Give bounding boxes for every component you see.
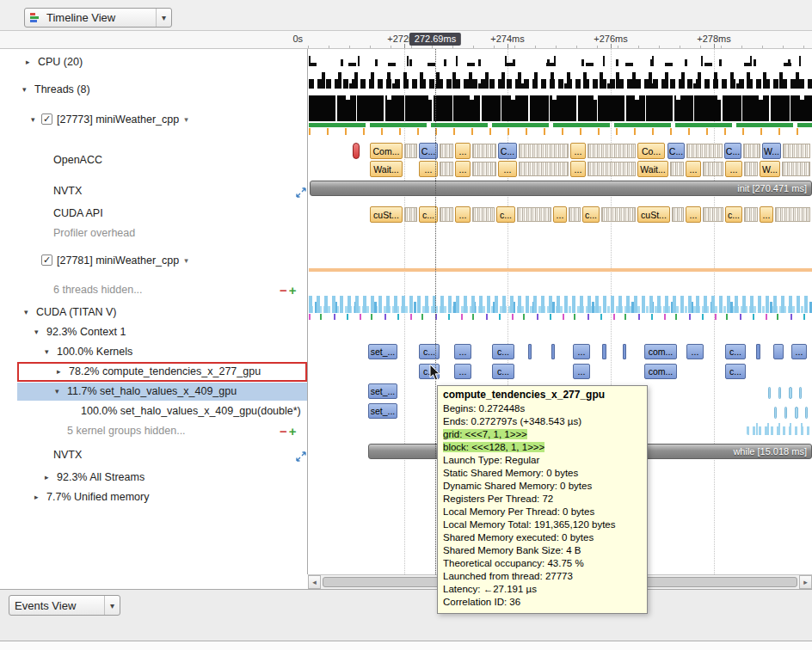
dropdown-caret-icon[interactable]: ▾: [184, 252, 188, 270]
tooltip-line: grid: <<<7, 1, 1>>>: [443, 428, 642, 441]
tree-row-set-halo[interactable]: ▾11.7% set_halo_values_x_409_gpu: [17, 383, 307, 401]
tree-row-label: OpenACC: [53, 151, 102, 169]
tree-row-label: Profiler overhead: [53, 224, 135, 242]
chevron-down-icon[interactable]: ▾: [22, 81, 27, 99]
tree-row-cpu[interactable]: ▸CPU (20): [17, 53, 307, 71]
add-rows-icon[interactable]: +: [289, 422, 297, 440]
expand-row-icon[interactable]: [296, 186, 306, 200]
timeline-ruler: 0s 272.69ms +272ms+274ms+276ms+278ms: [0, 31, 812, 49]
tree-row-threads[interactable]: ▾Threads (8): [17, 81, 307, 99]
tree-row-kernels-hidden[interactable]: 5 kernel groups hidden...−+: [17, 422, 307, 440]
tree-row-thread-27773[interactable]: ▾✓[27773] miniWeather_cpp▾: [17, 111, 307, 129]
cursor-time-line: [435, 49, 436, 574]
tree-row-label: NVTX: [53, 182, 82, 200]
add-rows-icon[interactable]: +: [289, 281, 297, 299]
ruler-tickmark: [404, 44, 405, 48]
chevron-down-icon[interactable]: ▾: [24, 304, 28, 322]
ruler-tickmark: [508, 44, 508, 48]
tree-row-label: 6 threads hidden...: [53, 281, 143, 299]
tooltip-line: Local Memory Total: 191,365,120 bytes: [443, 518, 642, 531]
tooltip-line: Shared Memory executed: 0 bytes: [443, 531, 642, 544]
tree-row-compute-tendencies[interactable]: ▸78.2% compute_tendencies_x_277_gpu: [17, 362, 307, 382]
dropdown-caret-icon[interactable]: ▾: [184, 111, 188, 129]
ruler-tick-label: +278ms: [680, 34, 748, 44]
tree-row-thread-27781[interactable]: ✓[27781] miniWeather_cpp▾: [17, 252, 307, 270]
tree-row-label: 92.3% Context 1: [46, 323, 126, 341]
chevron-down-icon[interactable]: ▾: [55, 383, 59, 401]
tooltip-line: Shared Memory Bank Size: 4 B: [443, 544, 642, 557]
tree-row-label: 11.7% set_halo_values_x_409_gpu: [67, 383, 237, 401]
tooltip-line: Static Shared Memory: 0 bytes: [443, 467, 642, 480]
tooltip-line: block: <<<128, 1, 1>>>: [443, 441, 642, 454]
chevron-right-icon[interactable]: ▸: [26, 53, 30, 71]
tree-row-label: Threads (8): [34, 81, 90, 99]
chevron-down-icon[interactable]: ▾: [34, 323, 39, 341]
tree-row-label: 100.0% set_halo_values_x_409_gpu(double*…: [81, 402, 301, 420]
tree-row-profiler-overhead[interactable]: Profiler overhead: [17, 224, 307, 242]
tree-row-cuda-device[interactable]: ▾CUDA (TITAN V): [17, 304, 307, 322]
tree-row-label: 78.2% compute_tendencies_x_277_gpu: [69, 364, 261, 380]
remove-rows-icon[interactable]: −: [280, 281, 287, 299]
expand-row-icon[interactable]: [296, 450, 306, 464]
tooltip-line: Dynamic Shared Memory: 0 bytes: [443, 480, 642, 493]
tree-row-kernels[interactable]: ▾100.0% Kernels: [17, 343, 307, 361]
tooltip-line: Correlation ID: 36: [443, 596, 642, 609]
tree-row-openacc[interactable]: OpenACC: [17, 151, 307, 169]
chevron-down-icon[interactable]: ▾: [45, 343, 49, 361]
tree-row-label: CPU (20): [38, 53, 83, 71]
tree-row-label: NVTX: [53, 446, 82, 464]
chevron-right-icon[interactable]: ▸: [34, 488, 39, 506]
tree-row-nvtx-thread[interactable]: NVTX: [17, 182, 307, 200]
tooltip-line: Begins: 0.272448s: [443, 402, 642, 415]
remove-rows-icon[interactable]: −: [280, 422, 287, 440]
tree-row-label: [27773] miniWeather_cpp: [57, 111, 179, 129]
tree-row-context1[interactable]: ▾92.3% Context 1: [17, 323, 307, 341]
nsight-timeline-window: Timeline View ▾ 0s 272.69ms +272ms+274ms…: [0, 0, 812, 650]
kernel-tooltip: compute_tendencies_x_277_gpu Begins: 0.2…: [437, 385, 648, 614]
tooltip-line: Launch Type: Regular: [443, 454, 642, 467]
chevron-right-icon[interactable]: ▸: [57, 364, 61, 380]
tooltip-body: Begins: 0.272448sEnds: 0.272797s (+348.5…: [443, 402, 642, 609]
scroll-right-button[interactable]: ▸: [799, 575, 812, 589]
tree-row-nvtx-context[interactable]: NVTX: [17, 446, 307, 464]
chevron-down-icon[interactable]: ▾: [31, 111, 35, 129]
tooltip-title: compute_tendencies_x_277_gpu: [443, 389, 642, 402]
tooltip-line: Registers Per Thread: 72: [443, 493, 642, 506]
ruler-tickmark: [714, 44, 715, 48]
chevron-right-icon[interactable]: ▸: [45, 469, 49, 487]
tree-row-label: 100.0% Kernels: [57, 343, 132, 361]
tooltip-line: Latency: ←27.191 µs: [443, 583, 642, 596]
tree-row-label: 7.7% Unified memory: [46, 488, 150, 506]
tree-row-set-halo-kernel[interactable]: 100.0% set_halo_values_x_409_gpu(double*…: [17, 402, 307, 420]
tree-row-cuda-api[interactable]: CUDA API: [17, 205, 307, 223]
ruler-tick-label: +274ms: [473, 34, 542, 44]
panel-divider[interactable]: [307, 31, 308, 574]
cursor-time-badge: 272.69ms: [409, 33, 461, 46]
tree-row-threads-hidden[interactable]: 6 threads hidden...−+: [17, 281, 307, 299]
mouse-cursor: [429, 364, 442, 386]
tree-row-all-streams[interactable]: ▸92.3% All Streams: [17, 469, 307, 487]
tree-row-label: 5 kernel groups hidden...: [67, 422, 186, 440]
ruler-minor-ticks: [308, 46, 812, 48]
ruler-tick-label: +276ms: [576, 34, 645, 44]
scroll-left-button[interactable]: ◂: [308, 575, 321, 589]
checkbox[interactable]: ✓: [41, 113, 52, 125]
tooltip-line: Launched from thread: 27773: [443, 570, 642, 583]
tree-row-label: 92.3% All Streams: [57, 469, 145, 487]
tooltip-line: Local Memory Per Thread: 0 bytes: [443, 506, 642, 518]
tooltip-line: Theoretical occupancy: 43.75 %: [443, 557, 642, 570]
tooltip-line: Ends: 0.272797s (+348.543 µs): [443, 415, 642, 428]
tree-row-label: CUDA API: [53, 205, 103, 223]
tree-row-unified-memory[interactable]: ▸7.7% Unified memory: [17, 488, 307, 506]
ruler-origin-label: 0s: [268, 34, 303, 44]
checkbox[interactable]: ✓: [41, 254, 52, 266]
ruler-tickmark: [611, 44, 612, 48]
tree-row-label: CUDA (TITAN V): [36, 304, 117, 322]
timeline-row-tree: ▸CPU (20)▾Threads (8)▾✓[27773] miniWeath…: [0, 0, 812, 650]
tree-row-label: [27781] miniWeather_cpp: [57, 252, 179, 270]
